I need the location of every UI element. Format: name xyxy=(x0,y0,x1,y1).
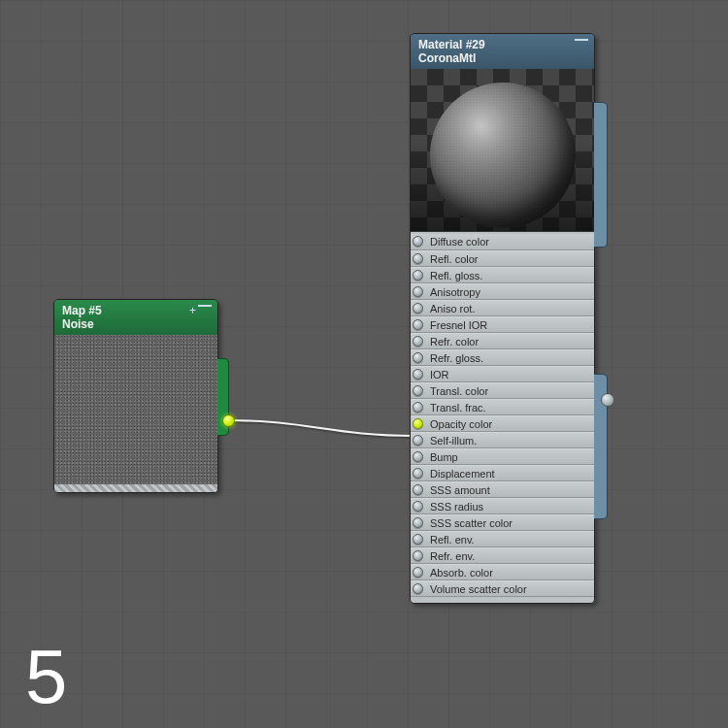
slot-label: Refr. gloss. xyxy=(430,352,483,364)
input-socket[interactable] xyxy=(413,583,423,594)
material-slot[interactable]: SSS scatter color xyxy=(411,514,594,531)
material-node-header[interactable]: Material #29 CoronaMtl xyxy=(411,34,594,69)
material-slot[interactable]: Refl. color xyxy=(411,250,594,267)
node-grip[interactable] xyxy=(54,484,217,492)
input-socket[interactable] xyxy=(413,253,423,264)
slot-label: Transl. frac. xyxy=(430,402,486,414)
map-node[interactable]: + Map #5 Noise xyxy=(53,299,218,493)
input-socket[interactable] xyxy=(413,484,423,495)
slot-label: SSS radius xyxy=(430,501,483,513)
slot-label: Diffuse color xyxy=(430,236,489,248)
material-node-body: Diffuse colorRefl. colorRefl. gloss.Anis… xyxy=(411,69,594,603)
material-node-title: Material #29 xyxy=(418,38,586,51)
input-socket[interactable] xyxy=(413,352,423,363)
slot-label: Refr. env. xyxy=(430,550,475,562)
material-preview[interactable] xyxy=(411,69,594,232)
material-slot[interactable]: Absorb. color xyxy=(411,564,594,580)
input-socket[interactable] xyxy=(413,501,423,512)
slot-label: Refl. color xyxy=(430,253,479,265)
slot-label: Refl. gloss. xyxy=(430,270,482,281)
input-socket[interactable] xyxy=(413,336,423,347)
material-slot-list: Diffuse colorRefl. colorRefl. gloss.Anis… xyxy=(411,232,594,603)
input-socket[interactable] xyxy=(413,270,423,281)
slot-label: Refl. env. xyxy=(430,534,475,546)
material-slot[interactable]: Volume scatter color xyxy=(411,580,594,597)
input-socket[interactable] xyxy=(413,402,423,413)
map-output-socket[interactable] xyxy=(222,414,235,427)
slot-label: SSS amount xyxy=(430,484,490,496)
slot-label: IOR xyxy=(430,369,449,381)
material-slot[interactable]: Self-illum. xyxy=(411,432,594,448)
noise-texture xyxy=(54,335,217,484)
material-slot[interactable]: Refl. env. xyxy=(411,531,594,547)
material-slot[interactable]: SSS radius xyxy=(411,498,594,514)
input-socket[interactable] xyxy=(413,451,423,462)
input-socket[interactable] xyxy=(413,435,423,446)
slot-label: Refr. color xyxy=(430,336,479,347)
input-socket[interactable] xyxy=(413,303,423,314)
slot-label: Bump xyxy=(430,451,458,463)
material-slot[interactable]: Refr. gloss. xyxy=(411,349,594,366)
slot-label: Aniso rot. xyxy=(430,303,475,314)
collapse-icon[interactable] xyxy=(575,39,588,42)
material-side-tab[interactable] xyxy=(594,102,608,248)
preview-sphere xyxy=(430,83,576,228)
input-socket[interactable] xyxy=(413,319,423,330)
slot-label: Fresnel IOR xyxy=(430,319,487,331)
material-slot[interactable]: Displacement xyxy=(411,465,594,481)
map-node-body xyxy=(54,335,217,492)
input-socket[interactable] xyxy=(413,286,423,297)
material-slot[interactable]: Fresnel IOR xyxy=(411,316,594,333)
slot-label: Anisotropy xyxy=(430,286,480,298)
material-slot[interactable]: Anisotropy xyxy=(411,283,594,300)
map-node-type: Noise xyxy=(62,317,210,331)
page-number: 5 xyxy=(25,639,67,714)
material-output-socket[interactable] xyxy=(601,393,614,407)
map-preview[interactable] xyxy=(54,335,217,484)
input-socket[interactable] xyxy=(413,468,423,479)
input-socket[interactable] xyxy=(413,385,423,396)
slot-label: Absorb. color xyxy=(430,567,493,579)
input-socket[interactable] xyxy=(413,550,423,561)
material-slot[interactable]: Transl. frac. xyxy=(411,399,594,415)
material-slot[interactable]: Opacity color xyxy=(411,415,594,432)
slot-label: SSS scatter color xyxy=(430,517,513,529)
map-node-title: Map #5 xyxy=(62,304,210,317)
material-node[interactable]: Material #29 CoronaMtl Diffuse colorRefl… xyxy=(410,33,595,604)
input-socket[interactable] xyxy=(413,418,423,429)
slot-label: Displacement xyxy=(430,468,495,480)
slot-label: Transl. color xyxy=(430,385,488,397)
material-slot[interactable]: IOR xyxy=(411,366,594,382)
material-slot[interactable]: Transl. color xyxy=(411,382,594,399)
input-socket[interactable] xyxy=(413,567,423,578)
expand-icon[interactable]: + xyxy=(189,305,196,316)
map-node-header[interactable]: + Map #5 Noise xyxy=(54,300,217,335)
material-slot[interactable]: Refr. env. xyxy=(411,547,594,564)
material-slot[interactable]: Bump xyxy=(411,448,594,465)
material-slot[interactable]: Refr. color xyxy=(411,333,594,349)
slot-label: Volume scatter color xyxy=(430,583,527,595)
collapse-icon[interactable] xyxy=(198,305,212,308)
material-slot[interactable]: Aniso rot. xyxy=(411,300,594,316)
input-socket[interactable] xyxy=(413,517,423,528)
material-slot[interactable]: Refl. gloss. xyxy=(411,267,594,283)
input-socket[interactable] xyxy=(413,534,423,545)
material-slot[interactable]: Diffuse color xyxy=(411,234,594,250)
input-socket[interactable] xyxy=(413,369,423,380)
material-node-type: CoronaMtl xyxy=(418,51,586,65)
material-slot[interactable]: SSS amount xyxy=(411,481,594,498)
input-socket[interactable] xyxy=(413,236,423,247)
slot-label: Self-illum. xyxy=(430,435,477,447)
slot-label: Opacity color xyxy=(430,418,492,430)
